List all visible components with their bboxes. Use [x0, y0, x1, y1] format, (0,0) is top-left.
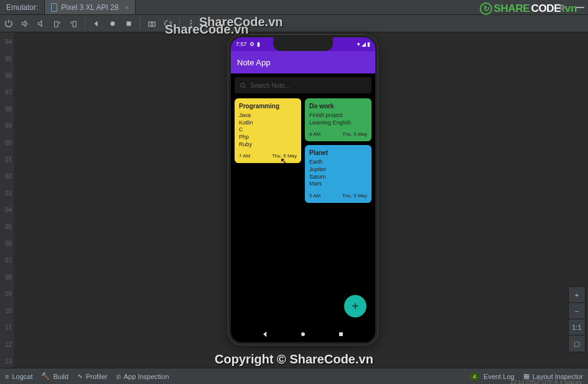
svg-point-10	[301, 332, 305, 336]
nav-home-icon[interactable]	[299, 330, 307, 338]
build-tab[interactable]: 🔨 Build	[41, 372, 68, 380]
bug-status-icon: ▮	[257, 41, 260, 47]
note-date: Thu, 5 May	[272, 153, 297, 159]
editor-main: 7:57 ⚙ ▮ ▾ ◢ ▮ Note App Search Note... P…	[14, 32, 588, 368]
add-note-fab[interactable]: +	[344, 295, 366, 317]
note-title: Programming	[239, 103, 297, 110]
line-number: 06	[0, 235, 14, 252]
battery-icon: ▮	[367, 41, 370, 47]
note-time: 8 AM	[309, 131, 320, 137]
line-number: 13	[0, 353, 14, 370]
line-number: 99	[0, 118, 14, 134]
line-number: 07	[0, 252, 14, 269]
svg-point-7	[190, 22, 192, 24]
emulator-frame: 7:57 ⚙ ▮ ▾ ◢ ▮ Note App Search Note... P…	[228, 35, 378, 345]
line-number: 05	[0, 218, 14, 235]
search-input[interactable]: Search Note...	[235, 77, 371, 93]
wifi-icon: ▾	[357, 41, 360, 47]
caret-info: 22:14 CRLF UTF-8 4 spaces	[510, 379, 582, 384]
note-time: 5 AM	[309, 193, 320, 199]
line-number: 11	[0, 319, 14, 336]
note-date: Thu, 5 May	[342, 193, 367, 199]
rotate-right-icon[interactable]	[68, 19, 78, 29]
back-icon[interactable]	[91, 19, 101, 29]
nav-recent-icon[interactable]	[337, 330, 345, 338]
zoom-in-button[interactable]: +	[569, 287, 585, 303]
line-number: 08	[0, 269, 14, 286]
note-content: Earth Jupiter Saturn Mars	[309, 159, 367, 188]
line-number: 12	[0, 336, 14, 353]
rotate-left-icon[interactable]	[52, 19, 62, 29]
svg-point-2	[111, 21, 115, 26]
note-time: 7 AM	[239, 153, 250, 159]
device-tab[interactable]: Pixel 3 XL API 28 ×	[45, 0, 136, 14]
volume-down-icon[interactable]	[36, 19, 46, 29]
line-number: 95	[0, 50, 14, 67]
note-content: Java Kotlin C Php Ruby	[239, 112, 297, 148]
line-number: 01	[0, 151, 14, 168]
line-number: 00	[0, 134, 14, 151]
logcat-tab[interactable]: ≡ Logcat	[5, 373, 32, 380]
app-title: Note App	[237, 58, 271, 67]
device-icon	[51, 3, 57, 12]
line-number: 10	[0, 302, 14, 319]
ide-statusbar: ≡ Logcat 🔨 Build ∿ Profiler ⎚ App Inspec…	[0, 368, 588, 384]
nav-back-icon[interactable]	[261, 330, 269, 338]
emulator-tabbar: Emulator: Pixel 3 XL API 28 × ⚙	[0, 0, 588, 15]
line-number: 94	[0, 34, 14, 50]
note-card[interactable]: Programming Java Kotlin C Php Ruby 7 AM …	[235, 98, 301, 163]
logcat-label: Logcat	[12, 373, 32, 380]
zoom-screen-button[interactable]: ▢	[569, 335, 585, 352]
note-date: Thu, 5 May	[342, 131, 367, 137]
svg-rect-3	[127, 21, 131, 26]
search-placeholder: Search Note...	[250, 82, 290, 89]
search-icon	[240, 82, 246, 89]
line-number: 98	[0, 101, 14, 118]
svg-rect-1	[73, 21, 76, 27]
profiler-tab[interactable]: ∿ Profiler	[77, 372, 108, 380]
volume-up-icon[interactable]	[20, 19, 30, 29]
app-inspection-tab[interactable]: ⎚ App Inspection	[116, 373, 169, 380]
line-gutter: 94 95 96 97 98 99 00 01 02 03 04 05 06 0…	[0, 32, 14, 368]
close-icon[interactable]: ×	[125, 4, 129, 11]
line-number: 04	[0, 202, 14, 218]
android-navbar	[231, 326, 375, 342]
note-card[interactable]: Do work Finish project Learning English …	[305, 98, 371, 141]
note-card[interactable]: Planet Earth Jupiter Saturn Mars 5 AM Th…	[305, 145, 371, 203]
hammer-icon: 🔨	[41, 372, 50, 380]
svg-rect-0	[55, 21, 58, 27]
device-tab-label: Pixel 3 XL API 28	[61, 3, 118, 12]
emulator-label: Emulator:	[6, 3, 38, 12]
screen-record-icon[interactable]	[163, 19, 173, 29]
zoom-tool-panel: + − 1:1 ▢	[568, 286, 586, 352]
svg-point-6	[190, 20, 192, 21]
build-label: Build	[53, 373, 68, 380]
stop-icon[interactable]	[124, 19, 134, 29]
gear-icon[interactable]: ⚙	[553, 3, 572, 12]
event-count-badge: 4	[470, 373, 479, 380]
svg-rect-4	[149, 22, 156, 26]
minimize-icon[interactable]	[576, 7, 584, 8]
settings-status-icon: ⚙	[250, 41, 254, 47]
app-body: Search Note... Programming Java Kotlin C…	[231, 73, 375, 326]
app-toolbar: Note App	[231, 51, 375, 73]
note-title: Planet	[309, 149, 367, 156]
line-number: 03	[0, 185, 14, 202]
event-log-tab[interactable]: 4 Event Log	[470, 373, 515, 380]
line-number: 96	[0, 67, 14, 84]
note-content: Finish project Learning English	[309, 112, 367, 126]
screenshot-icon[interactable]	[147, 19, 157, 29]
zoom-fit-button[interactable]: 1:1	[569, 319, 585, 335]
more-icon[interactable]	[186, 19, 196, 29]
record-dot-icon[interactable]	[108, 19, 118, 29]
svg-point-9	[241, 83, 245, 87]
inspection-icon: ⎚	[116, 373, 121, 380]
emulator-label-tab: Emulator:	[0, 0, 45, 14]
svg-point-5	[151, 23, 153, 26]
power-icon[interactable]	[4, 19, 14, 29]
note-title: Do work	[309, 103, 367, 110]
svg-point-8	[190, 26, 192, 27]
profiler-label: Profiler	[86, 373, 108, 380]
signal-icon: ◢	[362, 41, 366, 47]
zoom-out-button[interactable]: −	[569, 303, 585, 319]
